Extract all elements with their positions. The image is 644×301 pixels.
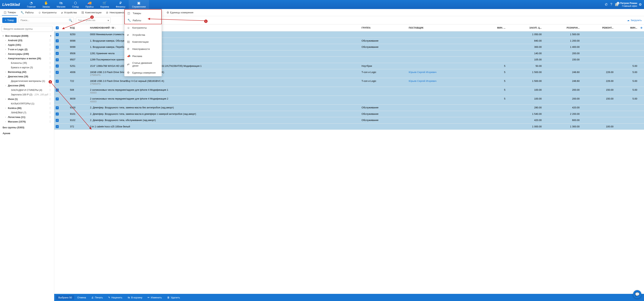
gear-icon[interactable]: ⚙ <box>639 2 642 6</box>
tab-Устройства[interactable]: ⌀Устройства <box>59 10 79 16</box>
search-input[interactable] <box>18 17 74 23</box>
row-checkbox[interactable]: ✓ <box>56 39 59 42</box>
dropdown-item-Единицы измерения[interactable]: ⚙Единицы измерения <box>124 69 162 76</box>
table-row[interactable]: ✓ 372 3 in 1 cabele hoco x25 100см белый… <box>54 124 644 130</box>
more-icon[interactable]: ⋮ <box>49 66 52 69</box>
add-group-icon[interactable]: + <box>50 34 52 37</box>
row-checkbox[interactable]: ✓ <box>56 80 59 83</box>
col-header[interactable]: ГРУППА <box>360 24 407 32</box>
more-icon[interactable]: ⋮ <box>49 70 52 73</box>
markup-button[interactable]: ✎Наценить <box>106 295 124 300</box>
col-header[interactable]: РЕМОНТ... <box>581 24 615 32</box>
table-row[interactable]: ✓ 8839 2 силиконовых чехла переднее/задн… <box>54 96 644 104</box>
tree-item[interactable]: ›Android (23)⋮ <box>2 38 52 42</box>
tree-item[interactable]: Блокноты (35)⋮ <box>2 60 52 65</box>
more-icon[interactable]: ⋮ <box>49 88 52 92</box>
tree-item[interactable]: КАЛЬКУЛЯТОРЫ (1)⋮ <box>2 101 52 106</box>
edit-button[interactable]: ✏Изменить <box>145 295 164 300</box>
tree-item[interactable]: ›Аксессуары (240)⋮ <box>2 52 52 56</box>
more-icon[interactable]: ⋮ <box>49 93 52 96</box>
chat-fab[interactable]: 💬 <box>633 290 641 298</box>
tree-archive[interactable]: Архив <box>2 131 52 136</box>
more-icon[interactable]: ⋮ <box>49 48 52 51</box>
tab-Единицы измерения[interactable]: ⚙Единицы измерения <box>165 10 195 16</box>
tree-item[interactable]: ЛИНЕЙКИ (7)⋮ <box>2 110 52 115</box>
tree-item[interactable]: ›Дисплеи (594)⋮ <box>2 83 52 88</box>
col-header[interactable]: ✓ <box>54 24 68 32</box>
tab-Товары[interactable]: ◫Товары <box>2 10 18 16</box>
more-icon[interactable]: ⋮ <box>49 111 52 114</box>
tree-item[interactable]: ›Apple (191)⋮ <box>2 42 52 47</box>
table-row[interactable]: ✓ 9101 2. Демпфер. Воздушного типа, заме… <box>54 111 644 117</box>
phone-icon[interactable]: ✆ <box>605 2 608 6</box>
print-button[interactable]: 🖨Печать <box>89 295 105 300</box>
tree-item[interactable]: ›Диагностика (18)⋮ <box>2 74 52 79</box>
row-checkbox[interactable]: ✓ <box>56 71 59 74</box>
nav-Справочники[interactable]: ▣Справочники <box>129 0 149 9</box>
more-icon[interactable]: ⋮ <box>49 75 52 78</box>
nav-Финансы[interactable]: ₽Финансы <box>112 0 128 9</box>
row-checkbox[interactable]: ✓ <box>56 112 59 116</box>
col-header[interactable]: МИН. ... <box>480 24 507 32</box>
nav-Заказы[interactable]: ✋Заказы <box>39 0 53 9</box>
cancel-button[interactable]: Отмена <box>75 295 88 300</box>
select-all-checkbox[interactable]: ✓ <box>56 26 59 29</box>
tree-item[interactable]: ›Логистика (11)⋮ <box>2 115 52 119</box>
tree-item[interactable]: ЗАКЛАДКИ И СТИКЕРЫ (4)⋮ <box>2 88 52 92</box>
tab-Контрагенты[interactable]: ☺Контрагенты <box>36 10 58 15</box>
table-row[interactable]: ✓ 9100 2. Демпфер. Воздушного типа, заме… <box>54 104 644 111</box>
row-checkbox[interactable]: ✓ <box>56 46 59 49</box>
more-icon[interactable]: ⋮ <box>49 116 52 118</box>
user-block[interactable]: 🏢1 Петров Роман Главный офис ⚙ <box>615 2 642 7</box>
col-header[interactable]: МИН... <box>615 24 639 32</box>
group-name-input[interactable] <box>2 26 52 32</box>
more-icon[interactable]: ⋮ <box>49 84 52 87</box>
dropdown-item-Статьи движения денег[interactable]: ⇄Статьи движения денег <box>124 60 162 69</box>
table-settings-icon[interactable]: ⚙ <box>639 24 644 32</box>
row-checkbox[interactable]: ✓ <box>56 98 59 100</box>
row-checkbox[interactable]: ✓ <box>56 119 59 122</box>
nav-Главная[interactable]: ◔Главная <box>24 0 39 9</box>
to-cart-button[interactable]: 🛍В корзину <box>125 295 144 300</box>
table-row[interactable]: ✓ 9102 2. Демпфер. Воздушного типа, обсл… <box>54 117 644 124</box>
col-header[interactable]: РОЗНИЧН... <box>543 24 581 32</box>
dropdown-item-Неисправности[interactable]: ⊘Неисправности <box>124 45 162 52</box>
table-row[interactable]: ✓ 722 16GB USB 2.0 Flash Drive SmartBuy … <box>54 78 644 87</box>
tree-root[interactable]: ▾ Все позиции (8449) + <box>2 34 52 38</box>
nav-Прайсы[interactable]: 🚚Прайсы <box>82 0 97 9</box>
tree-item[interactable]: ›Амортизаторы и вилки (26)⋮ <box>2 56 52 60</box>
row-checkbox[interactable]: ✓ <box>56 88 59 92</box>
more-icon[interactable]: ⋮ <box>49 120 52 123</box>
dropdown-item-Реклама[interactable]: 📣Реклама <box>124 52 162 60</box>
tree-item[interactable]: ›Колёса (66)⋮ <box>2 106 52 110</box>
more-icon[interactable]: ⋮ <box>49 80 52 82</box>
tree-item[interactable]: ›T-con и Logic (2)⋮ <box>2 47 52 52</box>
more-icon[interactable]: ⋮ <box>49 43 52 46</box>
nav-Корзина[interactable]: 🛒Корзина <box>97 0 112 9</box>
more-icon[interactable]: ⋮ <box>49 39 52 42</box>
dropdown-item-Товары[interactable]: ◫Товары <box>125 10 161 17</box>
more-icon[interactable]: ⋮ <box>49 52 52 55</box>
delete-button[interactable]: 🗑Удалить <box>165 295 182 300</box>
col-header[interactable]: ПОСТАВЩИК <box>407 24 480 32</box>
col-header[interactable]: ЗАКУП. Ц... <box>507 24 543 32</box>
dropdown-item-Устройства[interactable]: ⌀Устройства <box>124 31 162 38</box>
row-checkbox[interactable]: ✓ <box>56 58 59 61</box>
tab-Комплектации[interactable]: ⛓Комплектации <box>80 10 103 15</box>
row-checkbox[interactable]: ✓ <box>56 64 59 68</box>
col-header[interactable]: КОД <box>68 24 88 32</box>
more-icon[interactable]: ⋮ <box>49 102 52 105</box>
upload-button[interactable]: ☁ Загрузить <box>627 19 642 22</box>
more-icon[interactable]: ⋮ <box>49 98 52 100</box>
dropdown-item-Контрагенты[interactable]: ☺Контрагенты <box>124 24 162 31</box>
device-type-select[interactable]: Тип устройства <box>76 17 111 23</box>
row-checkbox[interactable]: ✓ <box>56 52 59 55</box>
nav-Склад[interactable]: ⬡Склад <box>69 0 82 9</box>
tab-Работы[interactable]: 🔧Работы <box>19 10 36 16</box>
tree-item[interactable]: Бумага и картон (3)⋮ <box>2 65 52 70</box>
row-checkbox[interactable]: ✓ <box>56 33 59 36</box>
add-product-button[interactable]: + Товар <box>2 18 16 23</box>
tree-no-group[interactable]: Без группы (5303) <box>2 125 52 130</box>
dropdown-item-Комплектации[interactable]: ⛓Комплектации <box>124 38 162 45</box>
nav-Магазин[interactable]: 🛍Магазин <box>53 0 69 9</box>
